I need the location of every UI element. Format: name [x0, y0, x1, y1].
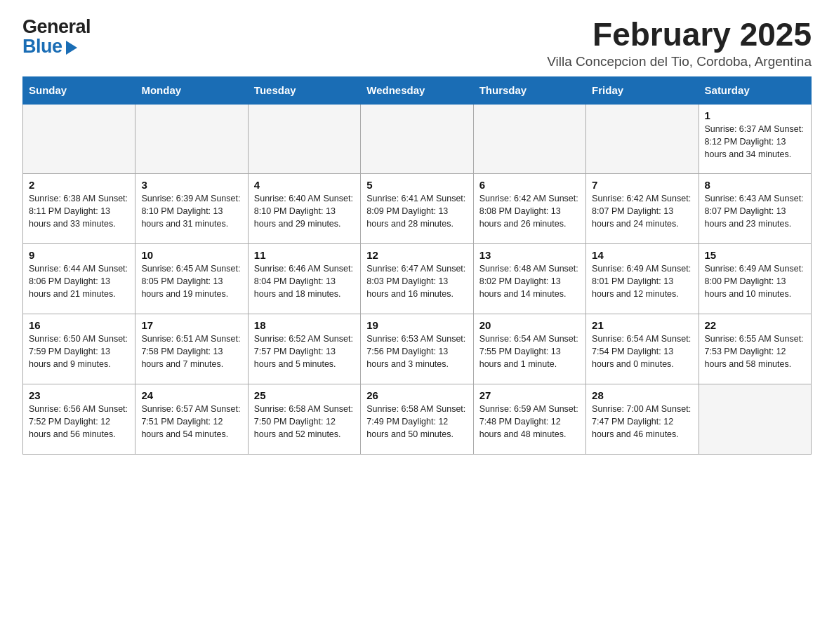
- day-info: Sunrise: 6:55 AM Sunset: 7:53 PM Dayligh…: [705, 333, 805, 370]
- day-info: Sunrise: 6:38 AM Sunset: 8:11 PM Dayligh…: [29, 192, 129, 230]
- day-info: Sunrise: 6:53 AM Sunset: 7:56 PM Dayligh…: [366, 333, 467, 370]
- day-number: 27: [479, 389, 580, 401]
- calendar-cell: 19Sunrise: 6:53 AM Sunset: 7:56 PM Dayli…: [361, 314, 473, 384]
- calendar-cell: 14Sunrise: 6:49 AM Sunset: 8:01 PM Dayli…: [586, 244, 699, 314]
- day-info: Sunrise: 6:42 AM Sunset: 8:08 PM Dayligh…: [479, 192, 580, 230]
- calendar-cell: 22Sunrise: 6:55 AM Sunset: 7:53 PM Dayli…: [699, 314, 811, 384]
- day-info: Sunrise: 6:44 AM Sunset: 8:06 PM Dayligh…: [29, 262, 129, 300]
- calendar-header-row: SundayMondayTuesdayWednesdayThursdayFrid…: [23, 76, 812, 104]
- calendar-table: SundayMondayTuesdayWednesdayThursdayFrid…: [22, 76, 812, 455]
- logo: General Blue: [22, 17, 91, 57]
- day-info: Sunrise: 6:58 AM Sunset: 7:49 PM Dayligh…: [366, 403, 467, 441]
- logo-blue: Blue: [22, 36, 62, 56]
- col-header-tuesday: Tuesday: [248, 76, 360, 104]
- day-info: Sunrise: 6:54 AM Sunset: 7:54 PM Dayligh…: [592, 333, 692, 370]
- day-number: 1: [705, 109, 805, 121]
- day-number: 15: [705, 249, 805, 261]
- calendar-cell: 9Sunrise: 6:44 AM Sunset: 8:06 PM Daylig…: [23, 244, 135, 314]
- day-number: 9: [29, 249, 129, 261]
- day-info: Sunrise: 6:46 AM Sunset: 8:04 PM Dayligh…: [254, 262, 355, 300]
- logo-triangle-icon: [65, 39, 77, 55]
- calendar-cell: 6Sunrise: 6:42 AM Sunset: 8:08 PM Daylig…: [473, 174, 585, 244]
- calendar-cell: 8Sunrise: 6:43 AM Sunset: 8:07 PM Daylig…: [699, 174, 811, 244]
- col-header-saturday: Saturday: [699, 76, 811, 104]
- calendar-week-row: 9Sunrise: 6:44 AM Sunset: 8:06 PM Daylig…: [23, 244, 812, 314]
- day-number: 18: [254, 319, 355, 331]
- calendar-cell: 4Sunrise: 6:40 AM Sunset: 8:10 PM Daylig…: [248, 174, 360, 244]
- calendar-cell: [23, 104, 135, 174]
- day-info: Sunrise: 6:41 AM Sunset: 8:09 PM Dayligh…: [366, 192, 467, 230]
- day-number: 5: [366, 179, 467, 191]
- day-info: Sunrise: 6:59 AM Sunset: 7:48 PM Dayligh…: [479, 403, 580, 441]
- calendar-cell: 12Sunrise: 6:47 AM Sunset: 8:03 PM Dayli…: [361, 244, 473, 314]
- calendar-week-row: 1Sunrise: 6:37 AM Sunset: 8:12 PM Daylig…: [23, 104, 812, 174]
- day-info: Sunrise: 6:49 AM Sunset: 8:01 PM Dayligh…: [592, 262, 692, 300]
- day-info: Sunrise: 6:45 AM Sunset: 8:05 PM Dayligh…: [141, 262, 241, 300]
- day-info: Sunrise: 6:40 AM Sunset: 8:10 PM Dayligh…: [254, 192, 355, 230]
- day-number: 23: [29, 389, 129, 401]
- calendar-cell: [135, 104, 248, 174]
- month-year-title: February 2025: [547, 17, 812, 53]
- day-number: 3: [141, 179, 241, 191]
- day-number: 10: [141, 249, 241, 261]
- calendar-cell: 28Sunrise: 7:00 AM Sunset: 7:47 PM Dayli…: [586, 384, 699, 455]
- calendar-cell: 16Sunrise: 6:50 AM Sunset: 7:59 PM Dayli…: [23, 314, 135, 384]
- col-header-sunday: Sunday: [23, 76, 135, 104]
- day-number: 13: [479, 249, 580, 261]
- calendar-cell: [248, 104, 360, 174]
- day-number: 22: [705, 319, 805, 331]
- day-number: 6: [479, 179, 580, 191]
- day-number: 26: [366, 389, 467, 401]
- calendar-cell: 7Sunrise: 6:42 AM Sunset: 8:07 PM Daylig…: [586, 174, 699, 244]
- day-number: 25: [254, 389, 355, 401]
- title-area: February 2025 Villa Concepcion del Tio, …: [547, 17, 812, 69]
- day-number: 7: [592, 179, 692, 191]
- day-number: 14: [592, 249, 692, 261]
- calendar-cell: 13Sunrise: 6:48 AM Sunset: 8:02 PM Dayli…: [473, 244, 585, 314]
- day-number: 4: [254, 179, 355, 191]
- day-number: 19: [366, 319, 467, 331]
- day-info: Sunrise: 6:47 AM Sunset: 8:03 PM Dayligh…: [366, 262, 467, 300]
- col-header-thursday: Thursday: [473, 76, 585, 104]
- calendar-cell: [699, 384, 811, 455]
- day-info: Sunrise: 6:56 AM Sunset: 7:52 PM Dayligh…: [29, 403, 129, 441]
- day-number: 24: [141, 389, 241, 401]
- day-info: Sunrise: 6:42 AM Sunset: 8:07 PM Dayligh…: [592, 192, 692, 230]
- day-info: Sunrise: 6:49 AM Sunset: 8:00 PM Dayligh…: [705, 262, 805, 300]
- calendar-week-row: 2Sunrise: 6:38 AM Sunset: 8:11 PM Daylig…: [23, 174, 812, 244]
- calendar-cell: [361, 104, 473, 174]
- calendar-cell: 27Sunrise: 6:59 AM Sunset: 7:48 PM Dayli…: [473, 384, 585, 455]
- calendar-cell: 15Sunrise: 6:49 AM Sunset: 8:00 PM Dayli…: [699, 244, 811, 314]
- day-info: Sunrise: 7:00 AM Sunset: 7:47 PM Dayligh…: [592, 403, 692, 441]
- day-info: Sunrise: 6:52 AM Sunset: 7:57 PM Dayligh…: [254, 333, 355, 370]
- calendar-cell: 26Sunrise: 6:58 AM Sunset: 7:49 PM Dayli…: [361, 384, 473, 455]
- day-info: Sunrise: 6:48 AM Sunset: 8:02 PM Dayligh…: [479, 262, 580, 300]
- page-header: General Blue February 2025 Villa Concepc…: [22, 17, 812, 69]
- day-number: 28: [592, 389, 692, 401]
- col-header-friday: Friday: [586, 76, 699, 104]
- calendar-cell: 24Sunrise: 6:57 AM Sunset: 7:51 PM Dayli…: [135, 384, 248, 455]
- day-info: Sunrise: 6:51 AM Sunset: 7:58 PM Dayligh…: [141, 333, 241, 370]
- calendar-cell: 20Sunrise: 6:54 AM Sunset: 7:55 PM Dayli…: [473, 314, 585, 384]
- calendar-cell: 17Sunrise: 6:51 AM Sunset: 7:58 PM Dayli…: [135, 314, 248, 384]
- day-info: Sunrise: 6:37 AM Sunset: 8:12 PM Dayligh…: [705, 123, 805, 161]
- calendar-cell: 21Sunrise: 6:54 AM Sunset: 7:54 PM Dayli…: [586, 314, 699, 384]
- location-subtitle: Villa Concepcion del Tio, Cordoba, Argen…: [547, 54, 812, 69]
- day-number: 12: [366, 249, 467, 261]
- day-info: Sunrise: 6:43 AM Sunset: 8:07 PM Dayligh…: [705, 192, 805, 230]
- day-info: Sunrise: 6:58 AM Sunset: 7:50 PM Dayligh…: [254, 403, 355, 441]
- col-header-wednesday: Wednesday: [361, 76, 473, 104]
- day-number: 8: [705, 179, 805, 191]
- day-number: 20: [479, 319, 580, 331]
- day-number: 11: [254, 249, 355, 261]
- col-header-monday: Monday: [135, 76, 248, 104]
- day-number: 17: [141, 319, 241, 331]
- calendar-cell: 1Sunrise: 6:37 AM Sunset: 8:12 PM Daylig…: [699, 104, 811, 174]
- calendar-cell: 25Sunrise: 6:58 AM Sunset: 7:50 PM Dayli…: [248, 384, 360, 455]
- calendar-cell: 3Sunrise: 6:39 AM Sunset: 8:10 PM Daylig…: [135, 174, 248, 244]
- svg-marker-0: [66, 41, 77, 55]
- calendar-cell: 10Sunrise: 6:45 AM Sunset: 8:05 PM Dayli…: [135, 244, 248, 314]
- calendar-week-row: 16Sunrise: 6:50 AM Sunset: 7:59 PM Dayli…: [23, 314, 812, 384]
- day-info: Sunrise: 6:50 AM Sunset: 7:59 PM Dayligh…: [29, 333, 129, 370]
- calendar-week-row: 23Sunrise: 6:56 AM Sunset: 7:52 PM Dayli…: [23, 384, 812, 455]
